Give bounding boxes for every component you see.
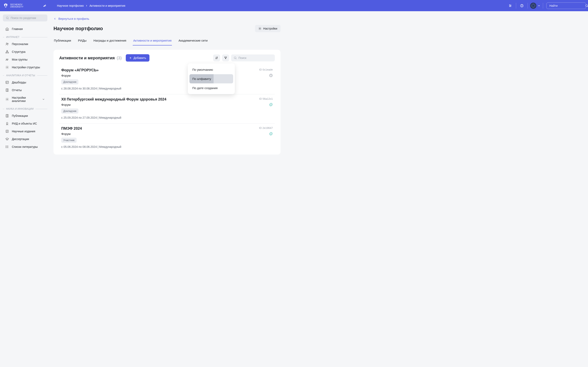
svg-point-12 bbox=[6, 17, 8, 19]
event-role-badge: Докладчик bbox=[61, 79, 78, 84]
breadcrumb: Научное портфолио Активности и мероприят… bbox=[57, 4, 125, 7]
sidebar-item-label: Структура bbox=[12, 50, 25, 53]
book-icon bbox=[5, 88, 9, 92]
header-right bbox=[506, 1, 586, 10]
tab-networks[interactable]: Академические сети bbox=[178, 37, 208, 45]
sidebar-item-label: Персоналии bbox=[12, 42, 28, 46]
sidebar-item-home[interactable]: Главная bbox=[3, 25, 47, 33]
sidebar-item-personnel[interactable]: Персоналии bbox=[3, 40, 47, 48]
layout-icon bbox=[5, 81, 9, 84]
sort-option-default[interactable]: По умолчанию bbox=[190, 65, 233, 74]
sidebar-item-journals[interactable]: Научные издания bbox=[3, 127, 47, 135]
event-item[interactable]: XII Петербургский международный Форум зд… bbox=[59, 94, 275, 124]
sidebar-item-rid[interactable]: РИД и объекты ИС bbox=[3, 120, 47, 127]
breadcrumb-item-0[interactable]: Научное портфолио bbox=[57, 4, 84, 7]
events-card: Активности и мероприятия (3) Добавить bbox=[53, 50, 281, 155]
sidebar-item-label: Отчеты bbox=[12, 89, 22, 92]
event-item[interactable]: ПМЭФ 2024 ID 2e19647 Форум Участник с 05… bbox=[59, 124, 275, 152]
add-label: Добавить bbox=[134, 56, 146, 59]
group-icon bbox=[5, 58, 9, 61]
sidebar-section-header: НАУКА И ИННОВАЦИИ bbox=[3, 105, 47, 112]
event-item[interactable]: Форум «АГРОРУСЬ» ID 0c1eade Форум Доклад… bbox=[59, 65, 275, 94]
chevron-right-icon bbox=[85, 4, 88, 7]
svg-point-25 bbox=[7, 99, 8, 100]
settings-label: Настройки bbox=[263, 27, 277, 30]
sidebar-item-groups[interactable]: Мои группы bbox=[3, 56, 47, 63]
svg-point-35 bbox=[6, 147, 6, 147]
sidebar-item-dashboards[interactable]: Дашборды bbox=[3, 78, 47, 86]
sidebar-item-label: Научные издания bbox=[12, 130, 35, 133]
sort-option-alpha[interactable]: По алфавиту bbox=[190, 74, 233, 83]
page-title: Научное портфолио bbox=[53, 26, 103, 31]
avatar-menu[interactable] bbox=[529, 3, 542, 9]
card-title: Активности и мероприятия (3) bbox=[59, 56, 122, 60]
pin-button[interactable] bbox=[41, 2, 49, 10]
add-button[interactable]: Добавить bbox=[126, 54, 149, 62]
tab-activities[interactable]: Активности и мероприятия bbox=[133, 37, 172, 45]
tabs: Публикации РИДы Награды и достижения Акт… bbox=[53, 37, 281, 46]
tab-publications[interactable]: Публикации bbox=[53, 37, 71, 45]
sidebar-search-input[interactable] bbox=[11, 16, 46, 20]
graduation-icon bbox=[5, 137, 9, 141]
gear-icon bbox=[258, 27, 261, 30]
chevron-down-icon bbox=[42, 98, 45, 101]
svg-point-21 bbox=[7, 67, 8, 68]
tab-rids[interactable]: РИДы bbox=[78, 37, 87, 45]
svg-rect-17 bbox=[6, 52, 7, 53]
sidebar-item-bibliography[interactable]: Списки литературы bbox=[3, 143, 47, 151]
badge-verified-icon bbox=[269, 103, 273, 106]
back-link[interactable]: Вернуться в профиль bbox=[53, 17, 89, 20]
sort-option-date[interactable]: По дате создания bbox=[190, 83, 233, 92]
main: Вернуться в профиль Научное портфолио На… bbox=[50, 11, 281, 163]
event-id: ID 56a12c1 bbox=[259, 97, 273, 100]
event-meta: с 28.08.2024 по 30.08.2024 | Международн… bbox=[61, 87, 273, 90]
plus-icon bbox=[129, 57, 132, 59]
card-search-input[interactable] bbox=[238, 56, 274, 59]
sidebar-item-label: Главная bbox=[12, 27, 23, 31]
help-button[interactable] bbox=[517, 1, 526, 10]
event-title: ПМЭФ 2024 bbox=[61, 126, 82, 131]
logo-text: SECHENOV UNIVERSITY bbox=[10, 3, 24, 8]
breadcrumb-item-1[interactable]: Активности и мероприятия bbox=[89, 4, 125, 7]
divider bbox=[516, 3, 516, 8]
tab-awards[interactable]: Награды и достижения bbox=[93, 37, 127, 45]
sidebar: Главная ИНТРАНЕТ Персоналии Структура Мо… bbox=[0, 11, 50, 163]
users-icon bbox=[5, 42, 9, 46]
sidebar-item-structure-settings[interactable]: Настройки структуры bbox=[3, 63, 47, 71]
svg-point-20 bbox=[7, 59, 8, 60]
sidebar-search[interactable] bbox=[3, 15, 47, 21]
svg-point-10 bbox=[586, 4, 588, 6]
filter-button[interactable] bbox=[222, 54, 229, 61]
sidebar-item-structure[interactable]: Структура bbox=[3, 48, 47, 56]
settings-sliders-button[interactable] bbox=[506, 1, 515, 10]
logo[interactable]: SECHENOV UNIVERSITY bbox=[0, 3, 26, 8]
divider bbox=[543, 3, 543, 8]
sidebar-item-publications[interactable]: Публикации bbox=[3, 112, 47, 120]
sidebar-item-reports[interactable]: Отчеты bbox=[3, 86, 47, 94]
header-search[interactable] bbox=[546, 2, 586, 9]
chevron-left-icon bbox=[53, 17, 56, 20]
svg-point-36 bbox=[6, 148, 6, 148]
header-search-input[interactable] bbox=[549, 4, 585, 7]
sidebar-item-label: РИД и объекты ИС bbox=[12, 122, 37, 125]
event-type: Форум bbox=[61, 103, 71, 106]
badge-verified-icon bbox=[269, 132, 273, 136]
event-role-badge: Докладчик bbox=[61, 108, 78, 114]
gear-icon bbox=[5, 98, 9, 101]
book-icon bbox=[5, 114, 9, 118]
home-icon bbox=[5, 27, 9, 31]
gear-icon bbox=[5, 66, 9, 69]
sidebar-item-analytics-settings[interactable]: Настройки аналитики bbox=[3, 94, 47, 105]
settings-button[interactable]: Настройки bbox=[255, 25, 281, 32]
card-search[interactable] bbox=[231, 54, 275, 61]
sidebar-item-label: Настройки структуры bbox=[12, 66, 40, 69]
event-meta: с 05.06.2024 по 08.06.2024 | Международн… bbox=[61, 145, 273, 149]
newspaper-icon bbox=[5, 129, 9, 133]
list-icon bbox=[5, 145, 9, 149]
sidebar-item-dissertations[interactable]: Диссертации bbox=[3, 135, 47, 143]
search-icon bbox=[585, 4, 588, 7]
event-id: ID 2e19647 bbox=[259, 126, 273, 129]
sort-button[interactable] bbox=[213, 54, 220, 61]
avatar bbox=[530, 3, 536, 9]
card-count: (3) bbox=[117, 56, 121, 60]
